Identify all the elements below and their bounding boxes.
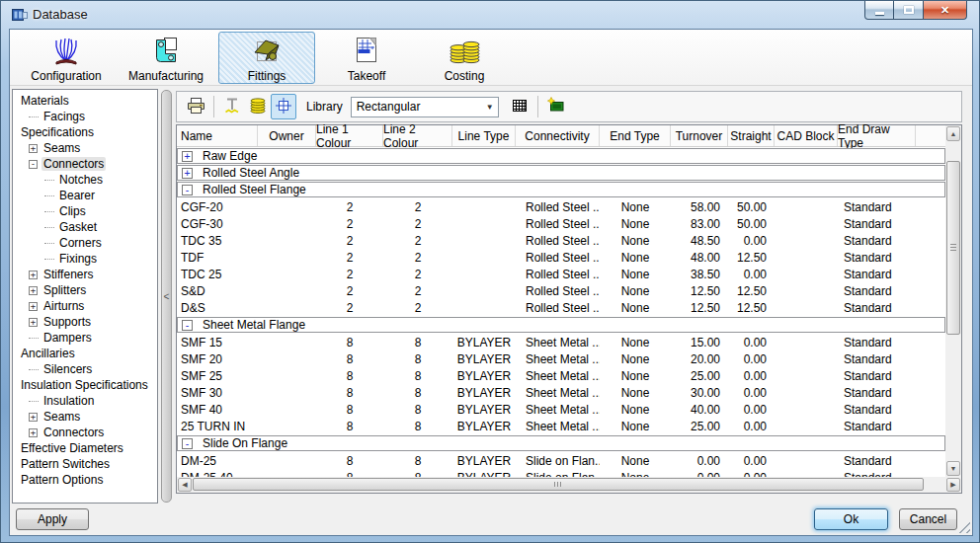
- column-header-owner[interactable]: Owner: [258, 125, 316, 146]
- tree-item-connectors[interactable]: -Connectors: [13, 156, 157, 172]
- tree-item-silencers[interactable]: Silencers: [13, 361, 157, 377]
- tree-item-bearer[interactable]: Bearer: [13, 188, 157, 203]
- group-expander-plus-icon[interactable]: +: [182, 168, 193, 179]
- tree-expander-plus-icon[interactable]: +: [29, 413, 38, 422]
- scroll-right-button[interactable]: ▶: [946, 478, 960, 492]
- flag-tool-button[interactable]: [543, 94, 569, 119]
- tree-expander-plus-icon[interactable]: +: [29, 318, 38, 327]
- column-header-line_type[interactable]: Line Type: [452, 125, 516, 146]
- ribbon-button-configuration[interactable]: Configuration: [18, 32, 115, 84]
- tree-expander-plus-icon[interactable]: +: [29, 144, 38, 153]
- tree-item-gasket[interactable]: Gasket: [13, 219, 157, 235]
- tree-expander-plus-icon[interactable]: +: [29, 302, 38, 311]
- table-row[interactable]: DM-2588BYLAYERSlide on Flan...None0.000.…: [177, 452, 945, 469]
- tree-expander-plus-icon[interactable]: +: [29, 271, 38, 279]
- column-header-line1[interactable]: Line 1 Colour: [316, 125, 383, 146]
- vertical-scrollbar-thumb[interactable]: [946, 161, 960, 335]
- minimize-button[interactable]: [864, 1, 894, 20]
- apply-button[interactable]: Apply: [16, 508, 89, 530]
- tree-item-fixings[interactable]: Fixings: [13, 251, 157, 267]
- scroll-down-button[interactable]: ▼: [946, 461, 960, 476]
- title-bar[interactable]: Database ✕: [1, 1, 979, 29]
- print-button[interactable]: [183, 94, 208, 119]
- tree-item-pattern-options[interactable]: Pattern Options: [13, 472, 157, 488]
- group-row-raw-edge[interactable]: +Raw Edge: [177, 148, 945, 164]
- table-row[interactable]: SMF 3088BYLAYERSheet Metal ...None30.000…: [177, 384, 945, 401]
- tree-item-ancillaries[interactable]: Ancillaries: [13, 346, 157, 361]
- table-row[interactable]: D&S22Rolled Steel ...None12.5012.50Stand…: [177, 299, 945, 316]
- tree-item-insulation-specifications[interactable]: Insulation Specifications: [13, 377, 157, 393]
- tree-item-specifications[interactable]: Specifications: [13, 124, 157, 140]
- cancel-button[interactable]: Cancel: [899, 508, 957, 530]
- column-header-turnover[interactable]: Turnover: [671, 125, 728, 146]
- ribbon-button-costing[interactable]: Costing: [416, 32, 513, 84]
- tree-item-effective-diameters[interactable]: Effective Diameters: [13, 440, 157, 456]
- tree-item-supports[interactable]: +Supports: [13, 314, 157, 330]
- column-header-end_draw[interactable]: End Draw Type: [838, 125, 916, 146]
- tree-item-notches[interactable]: Notches: [13, 172, 157, 188]
- tree-item-materials[interactable]: Materials: [13, 93, 157, 109]
- table-row[interactable]: SMF 4088BYLAYERSheet Metal ...None40.000…: [177, 401, 945, 418]
- table-row[interactable]: DM-25 4088BYLAYERSlide on Flan...None0.0…: [177, 469, 945, 477]
- tree-item-seams[interactable]: +Seams: [13, 140, 157, 156]
- column-header-cad_block[interactable]: CAD Block: [775, 125, 838, 146]
- tree-item-pattern-switches[interactable]: Pattern Switches: [13, 456, 157, 472]
- tree-item-splitters[interactable]: +Splitters: [13, 282, 157, 298]
- maximize-button[interactable]: [894, 1, 923, 20]
- tree-item-dampers[interactable]: Dampers: [13, 330, 157, 346]
- tree-expander-minus-icon[interactable]: -: [29, 160, 38, 169]
- close-button[interactable]: ✕: [923, 1, 967, 20]
- table-row[interactable]: S&D22Rolled Steel ...None12.5012.50Stand…: [177, 282, 945, 299]
- column-header-connectivity[interactable]: Connectivity: [516, 125, 600, 146]
- tree-item-facings[interactable]: Facings: [13, 109, 157, 124]
- column-header-end_type[interactable]: End Type: [600, 125, 671, 146]
- table-row[interactable]: TDF22Rolled Steel ...None48.0012.50Stand…: [177, 249, 945, 266]
- ribbon-button-label: Manufacturing: [128, 69, 204, 83]
- group-expander-minus-icon[interactable]: -: [182, 438, 193, 449]
- group-expander-minus-icon[interactable]: -: [182, 320, 193, 331]
- table-row[interactable]: 25 TURN IN88BYLAYERSheet Metal ...None25…: [177, 418, 945, 434]
- column-header-line2[interactable]: Line 2 Colour: [383, 125, 452, 146]
- library-combobox[interactable]: Rectangular ▼: [351, 97, 499, 117]
- resize-grip[interactable]: [958, 521, 970, 533]
- group-expander-minus-icon[interactable]: -: [182, 185, 193, 195]
- group-row-sheet-metal-flange[interactable]: -Sheet Metal Flange: [177, 317, 945, 333]
- table-row[interactable]: TDC 3522Rolled Steel ...None48.500.00Sta…: [177, 232, 945, 249]
- tree-item-clips[interactable]: Clips: [13, 203, 157, 219]
- group-row-slide-on-flange[interactable]: -Slide On Flange: [177, 435, 945, 451]
- coins-tool-button[interactable]: [245, 94, 271, 119]
- horizontal-scrollbar-thumb[interactable]: [193, 478, 924, 491]
- table-row[interactable]: SMF 2588BYLAYERSheet Metal ...None25.000…: [177, 367, 945, 384]
- group-row-rolled-steel-angle[interactable]: +Rolled Steel Angle: [177, 165, 945, 181]
- ribbon-button-manufacturing[interactable]: Manufacturing: [118, 32, 214, 84]
- table-view-button[interactable]: [507, 94, 532, 119]
- table-row[interactable]: CGF-2022Rolled Steel ...None58.0050.00St…: [177, 198, 945, 215]
- tree-expander-plus-icon[interactable]: +: [29, 286, 38, 295]
- ribbon-button-fittings[interactable]: Fittings: [218, 32, 315, 84]
- table-row[interactable]: SMF 1588BYLAYERSheet Metal ...None15.000…: [177, 334, 945, 350]
- column-header-straight[interactable]: Straight: [728, 125, 775, 146]
- ribbon-button-takeoff[interactable]: Takeoff: [318, 32, 415, 84]
- tree-expander-plus-icon[interactable]: +: [29, 428, 38, 437]
- table-vertical-scrollbar[interactable]: ▲ ▼: [945, 125, 961, 477]
- tree-item-insulation[interactable]: Insulation: [13, 393, 157, 409]
- grid-view-button[interactable]: [271, 94, 296, 119]
- table-horizontal-scrollbar[interactable]: ◀ ▶: [177, 477, 961, 493]
- group-row-rolled-steel-flange[interactable]: -Rolled Steel Flange: [177, 182, 945, 197]
- tree-item-seams[interactable]: +Seams: [13, 409, 157, 425]
- tee-tool-button[interactable]: [219, 94, 245, 119]
- scroll-left-button[interactable]: ◀: [178, 478, 192, 492]
- cell-end_type: None: [600, 301, 671, 315]
- table-row[interactable]: CGF-3022Rolled Steel ...None83.0050.00St…: [177, 215, 945, 232]
- scroll-up-button[interactable]: ▲: [946, 126, 960, 141]
- group-expander-plus-icon[interactable]: +: [182, 151, 193, 162]
- column-header-name[interactable]: Name: [177, 125, 258, 146]
- tree-item-connectors[interactable]: +Connectors: [13, 425, 157, 440]
- tree-item-stiffeners[interactable]: +Stiffeners: [13, 267, 157, 282]
- tree-item-corners[interactable]: Corners: [13, 235, 157, 251]
- ok-button[interactable]: Ok: [814, 508, 888, 530]
- table-row[interactable]: TDC 2522Rolled Steel ...None38.500.00Sta…: [177, 266, 945, 282]
- table-row[interactable]: SMF 2088BYLAYERSheet Metal ...None20.000…: [177, 350, 945, 367]
- tree-item-airturns[interactable]: +Airturns: [13, 298, 157, 314]
- panel-splitter[interactable]: <: [161, 90, 172, 503]
